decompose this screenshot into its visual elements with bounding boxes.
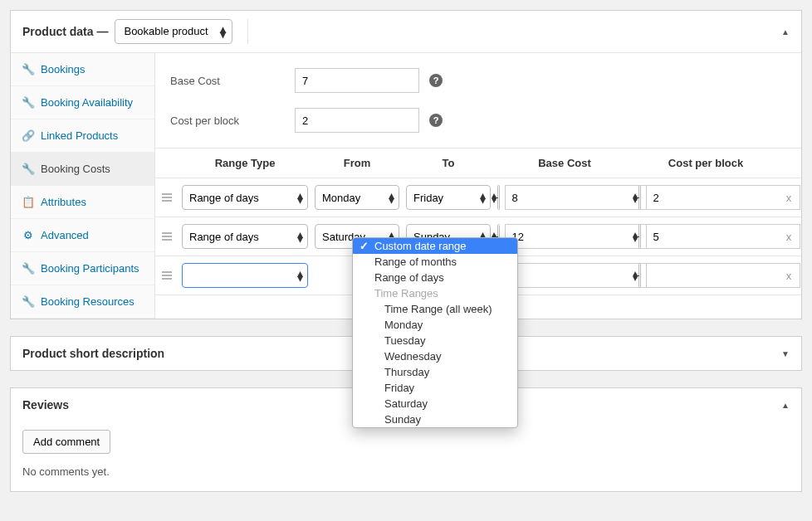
cost-per-block-label: Cost per block [170, 114, 295, 127]
dropdown-option[interactable]: Friday [353, 380, 517, 396]
collapse-icon[interactable]: ▲ [781, 27, 790, 37]
base-operator-select[interactable]: + ▴▾ [497, 185, 500, 210]
tab-linked-products[interactable]: 🔗 Linked Products [11, 119, 154, 153]
product-type-select[interactable]: Bookable product [115, 19, 232, 44]
tab-booking-resources[interactable]: 🔧 Booking Resources [11, 285, 154, 319]
dropdown-option[interactable]: Sunday [353, 411, 517, 427]
collapse-icon[interactable]: ▲ [781, 401, 790, 410]
link-icon: 🔗 [22, 129, 34, 142]
drag-handle-icon[interactable] [155, 193, 179, 202]
delete-row-button[interactable]: x [776, 231, 801, 243]
divider [247, 19, 248, 44]
wrench-icon: 🔧 [22, 96, 34, 109]
wrench-icon: 🔧 [22, 163, 34, 175]
help-icon[interactable]: ? [429, 74, 443, 87]
add-comment-button[interactable]: Add comment [22, 430, 110, 454]
drag-handle-icon[interactable] [155, 232, 179, 241]
delete-row-button[interactable]: x [776, 270, 801, 282]
list-icon: 📋 [22, 196, 34, 208]
range-type-dropdown: Custom date range Range of months Range … [352, 237, 518, 428]
header-from: From [311, 157, 403, 169]
tab-booking-availability[interactable]: 🔧 Booking Availability [11, 86, 154, 119]
tab-booking-participants[interactable]: 🔧 Booking Participants [11, 252, 154, 285]
table-header-row: Range Type From To Base Cost Cost per bl… [155, 149, 801, 178]
gear-icon: ⚙ [22, 229, 34, 241]
dropdown-option[interactable]: Custom date range [353, 238, 517, 254]
reviews-title: Reviews [22, 398, 69, 411]
per-operator-select[interactable]: + ▴▾ [638, 224, 641, 249]
per-operator-select[interactable]: + ▴▾ [638, 185, 641, 210]
header-to: To [403, 157, 494, 169]
dropdown-option[interactable]: Time Range (all week) [353, 301, 517, 317]
product-short-description-title: Product short description [22, 347, 164, 360]
header-cost-per-block: Cost per block [635, 157, 776, 169]
base-cost-input[interactable] [295, 68, 419, 93]
delete-row-button[interactable]: x [776, 192, 801, 204]
per-operator-select[interactable]: + ▴▾ [638, 263, 641, 288]
reviews-empty-text: No comments yet. [22, 465, 790, 478]
from-select[interactable]: Monday [315, 185, 399, 210]
product-data-header: Product data — Bookable product ▴▾ ▲ [11, 11, 801, 53]
dropdown-option[interactable]: Wednesday [353, 348, 517, 364]
tab-advanced[interactable]: ⚙ Advanced [11, 219, 154, 252]
dropdown-option[interactable]: Range of months [353, 254, 517, 270]
tab-bookings[interactable]: 🔧 Bookings [11, 53, 154, 86]
range-type-select[interactable] [182, 263, 308, 288]
expand-icon[interactable]: ▼ [781, 349, 790, 358]
dropdown-option[interactable]: Saturday [353, 396, 517, 411]
wrench-icon: 🔧 [22, 63, 34, 75]
cost-per-block-input[interactable] [295, 108, 419, 133]
dropdown-option[interactable]: Monday [353, 317, 517, 333]
base-cost-label: Base Cost [170, 75, 295, 87]
header-range-type: Range Type [179, 157, 311, 169]
tab-booking-costs[interactable]: 🔧 Booking Costs [11, 153, 154, 186]
table-row: Range of days ▴▾ Monday ▴▾ Friday [155, 178, 801, 217]
product-data-title: Product data — [22, 25, 108, 38]
dropdown-option[interactable]: Tuesday [353, 333, 517, 348]
wrench-icon: 🔧 [22, 262, 34, 275]
help-icon[interactable]: ? [429, 114, 443, 127]
to-select[interactable]: Friday [406, 185, 491, 210]
dropdown-group-label: Time Ranges [353, 285, 517, 301]
product-type-select-wrap: Bookable product ▴▾ [115, 19, 232, 44]
tab-attributes[interactable]: 📋 Attributes [11, 186, 154, 219]
product-data-panel: Product data — Bookable product ▴▾ ▲ 🔧 B… [10, 10, 802, 319]
range-type-select[interactable]: Range of days [182, 185, 308, 210]
drag-handle-icon[interactable] [155, 271, 179, 280]
range-type-select[interactable]: Range of days [182, 224, 308, 249]
header-base-cost: Base Cost [494, 157, 635, 169]
wrench-icon: 🔧 [22, 295, 34, 308]
dropdown-option[interactable]: Thursday [353, 364, 517, 380]
product-data-tabs: 🔧 Bookings 🔧 Booking Availability 🔗 Link… [11, 53, 155, 319]
booking-costs-content: Base Cost ? Cost per block ? Range Type … [155, 53, 801, 319]
dropdown-option[interactable]: Range of days [353, 270, 517, 285]
